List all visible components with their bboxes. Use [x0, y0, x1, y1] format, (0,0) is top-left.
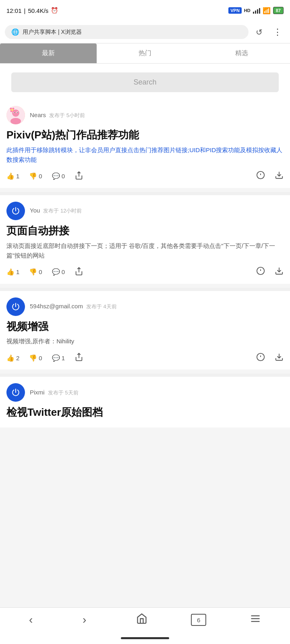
tab-bar: 最新 热门 精选	[0, 43, 290, 64]
comment-icon-1: 💬	[52, 172, 60, 180]
address-text: 用户共享脚本 | X浏览器	[23, 29, 82, 36]
author-nears: Nears	[30, 111, 46, 118]
download-button-2[interactable]	[275, 266, 284, 277]
dislike-button-3[interactable]: 👎 0	[29, 353, 42, 363]
reload-button[interactable]: ↺	[253, 26, 266, 39]
dislike-button-1[interactable]: 👎 0	[29, 171, 42, 182]
bottom-nav: ‹ › 6	[0, 607, 290, 644]
title-594hsz[interactable]: 视频增强	[6, 320, 284, 334]
share-button-3[interactable]	[75, 351, 83, 365]
share-icon-3	[75, 353, 83, 363]
title-you[interactable]: 页面自动拼接	[6, 224, 284, 238]
dislike-icon-2: 👎	[29, 268, 37, 276]
script-card-1: Nears 发布于 5小时前 Pixiv(P站)热门作品推荐功能 此插件用于移除…	[0, 99, 290, 188]
pages-button[interactable]: 6	[191, 614, 206, 626]
vpn-badge: VPN	[228, 7, 242, 14]
dislike-icon-1: 👎	[29, 172, 37, 180]
dislike-count-2: 0	[39, 268, 42, 275]
share-icon-2	[75, 267, 83, 277]
svg-point-12	[11, 109, 13, 111]
title-nears[interactable]: Pixiv(P站)热门作品推荐功能	[6, 128, 284, 142]
bottom-nav-buttons: ‹ › 6	[0, 608, 290, 632]
actions-594hsz: 👍 2 👎 0 💬 1	[6, 351, 284, 365]
status-bar: 12:01 | 50.4K/s ⏰ VPN HD 📶 87	[0, 0, 290, 21]
menu-button[interactable]	[243, 610, 267, 630]
time-pixmi: 发布于 5天前	[48, 389, 79, 396]
like-button-2[interactable]: 👍 1	[6, 266, 19, 277]
action-right-2	[256, 266, 284, 277]
status-separator: |	[24, 7, 26, 14]
like-icon-3: 👍	[6, 354, 14, 362]
comment-count-2: 0	[62, 268, 65, 275]
title-pixmi[interactable]: 检视Twitter原始图档	[6, 406, 284, 419]
comment-icon-3: 💬	[52, 354, 60, 362]
share-icon-1	[75, 171, 83, 182]
card-header-2: You 发布于 12小时前	[6, 202, 284, 220]
status-speed: 50.4K/s	[28, 7, 48, 14]
time-you: 发布于 12小时前	[43, 207, 82, 215]
avatar-nears	[6, 106, 25, 124]
tab-hot[interactable]: 热门	[97, 43, 193, 63]
like-count-3: 2	[16, 355, 19, 361]
dislike-button-2[interactable]: 👎 0	[29, 266, 42, 277]
status-right-icons: VPN HD 📶 87	[228, 7, 284, 14]
comment-button-3[interactable]: 💬 1	[52, 353, 65, 363]
download-button-1[interactable]	[275, 171, 284, 182]
comment-button-1[interactable]: 💬 0	[52, 171, 65, 182]
avatar-you	[6, 202, 25, 220]
report-button-1[interactable]	[256, 171, 265, 182]
home-indicator	[121, 637, 169, 639]
tab-featured[interactable]: 精选	[193, 43, 290, 63]
forward-button[interactable]: ›	[76, 610, 93, 630]
dislike-count-1: 0	[39, 173, 42, 180]
script-card-2: You 发布于 12小时前 页面自动拼接 滚动页面接近底部时自动拼接下一页；适用…	[0, 195, 290, 284]
author-594hsz: 594hsz@gmail.com	[30, 303, 83, 310]
time-nears: 发布于 5小时前	[49, 112, 85, 119]
signal-bars	[253, 7, 260, 14]
avatar-pixmi	[6, 383, 25, 402]
address-bar[interactable]: 🌐 用户共享脚本 | X浏览器 ↺ ⋮	[0, 21, 290, 43]
home-button[interactable]	[130, 610, 154, 630]
address-input[interactable]: 🌐 用户共享脚本 | X浏览器	[5, 25, 249, 39]
comment-button-2[interactable]: 💬 0	[52, 266, 65, 277]
download-button-3[interactable]	[275, 353, 284, 363]
back-button[interactable]: ‹	[23, 610, 39, 630]
search-input[interactable]: Search	[11, 72, 279, 92]
share-button-2[interactable]	[75, 265, 83, 279]
actions-nears: 👍 1 👎 0 💬 0	[6, 169, 284, 183]
tab-latest[interactable]: 最新	[0, 43, 97, 63]
forward-icon: ›	[83, 613, 86, 626]
comment-count-1: 0	[62, 173, 65, 180]
hd-badge: HD	[244, 8, 251, 13]
actions-you: 👍 1 👎 0 💬 0	[6, 265, 284, 279]
status-time-speed: 12:01 | 50.4K/s ⏰	[6, 7, 58, 14]
wifi-icon: 📶	[263, 7, 271, 14]
like-icon-1: 👍	[6, 172, 14, 180]
divider-2	[0, 288, 290, 291]
like-button-3[interactable]: 👍 2	[6, 353, 19, 363]
status-time: 12:01	[6, 7, 22, 14]
card-header-1: Nears 发布于 5小时前	[6, 106, 284, 124]
desc-nears: 此插件用于移除跳转模块，让非会员用户直接点击热门推荐图片链接;UID和PID搜索…	[6, 145, 284, 165]
search-container[interactable]: Search	[0, 64, 290, 99]
report-button-3[interactable]	[256, 353, 265, 363]
back-icon: ‹	[29, 613, 33, 626]
comment-icon-2: 💬	[52, 268, 60, 276]
report-button-2[interactable]	[256, 266, 265, 277]
meta-nears: Nears 发布于 5小时前	[30, 111, 85, 119]
action-right-1	[256, 171, 284, 182]
comment-count-3: 1	[62, 355, 65, 361]
like-button-1[interactable]: 👍 1	[6, 171, 19, 182]
more-button[interactable]: ⋮	[270, 25, 285, 39]
share-button-1[interactable]	[75, 169, 83, 183]
action-right-3	[256, 353, 284, 363]
dislike-icon-3: 👎	[29, 354, 37, 362]
svg-point-2	[10, 118, 21, 124]
desc-you: 滚动页面接近底部时自动拼接下一页；适用于 谷歌/百度，其他各类需要手动点击"下一…	[6, 241, 284, 260]
like-count-2: 1	[16, 268, 19, 275]
meta-pixmi: Pixmi 发布于 5天前	[30, 389, 79, 396]
meta-you: You 发布于 12小时前	[30, 207, 82, 215]
author-pixmi: Pixmi	[30, 389, 45, 396]
meta-594hsz: 594hsz@gmail.com 发布于 4天前	[30, 303, 117, 310]
svg-point-5	[14, 112, 15, 113]
